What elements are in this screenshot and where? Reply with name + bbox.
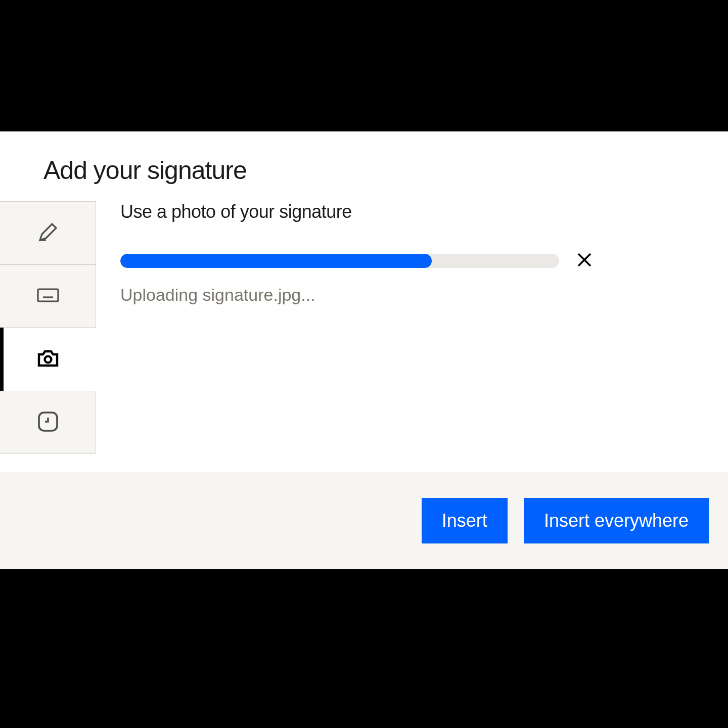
tab-type[interactable] — [0, 264, 96, 328]
dialog-body: Use a photo of your signature Uploading … — [0, 201, 728, 472]
insert-button[interactable]: Insert — [422, 498, 508, 543]
tab-photo[interactable] — [0, 328, 96, 391]
dialog-footer: Insert Insert everywhere — [0, 472, 728, 569]
signature-dialog: Add your signature — [0, 131, 728, 569]
upload-progress-bar — [120, 254, 559, 268]
upload-status-text: Uploading signature.jpg... — [120, 285, 704, 305]
svg-point-6 — [45, 356, 52, 362]
signature-method-tabs — [0, 201, 96, 472]
clock-icon — [36, 410, 60, 436]
tab-recent[interactable] — [0, 391, 96, 454]
upload-progress-fill — [120, 254, 432, 268]
dialog-title: Add your signature — [0, 131, 728, 201]
pencil-icon — [36, 220, 60, 246]
cancel-upload-button[interactable] — [574, 251, 595, 271]
main-panel: Use a photo of your signature Uploading … — [96, 201, 728, 472]
camera-icon — [36, 346, 60, 373]
keyboard-icon — [36, 283, 60, 309]
upload-progress-row — [120, 251, 704, 271]
tab-draw[interactable] — [0, 201, 96, 264]
panel-subheading: Use a photo of your signature — [120, 201, 704, 222]
close-icon — [575, 251, 594, 271]
svg-rect-0 — [38, 289, 58, 301]
insert-everywhere-button[interactable]: Insert everywhere — [524, 498, 709, 543]
